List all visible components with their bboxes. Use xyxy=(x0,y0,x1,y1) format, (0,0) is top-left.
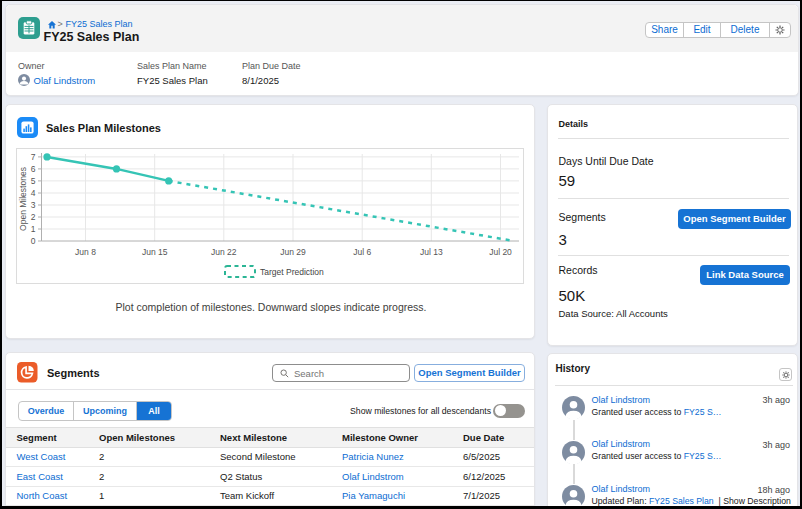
svg-text:3: 3 xyxy=(31,200,36,210)
svg-text:Jun 29: Jun 29 xyxy=(280,247,306,257)
svg-text:Jul 13: Jul 13 xyxy=(420,247,443,257)
svg-text:Jul 20: Jul 20 xyxy=(489,247,512,257)
svg-text:Target Prediction: Target Prediction xyxy=(260,267,324,277)
svg-text:1: 1 xyxy=(31,224,36,234)
svg-text:2: 2 xyxy=(31,212,36,222)
svg-text:Jul 6: Jul 6 xyxy=(353,247,371,257)
svg-text:Open Milestones: Open Milestones xyxy=(18,167,28,231)
svg-text:Jun 8: Jun 8 xyxy=(75,247,96,257)
svg-text:4: 4 xyxy=(31,188,36,198)
svg-text:7: 7 xyxy=(31,152,36,162)
svg-text:5: 5 xyxy=(31,176,36,186)
svg-text:Jun 15: Jun 15 xyxy=(142,247,168,257)
svg-text:Jun 22: Jun 22 xyxy=(211,247,237,257)
svg-text:6: 6 xyxy=(31,164,36,174)
svg-text:0: 0 xyxy=(31,236,36,246)
